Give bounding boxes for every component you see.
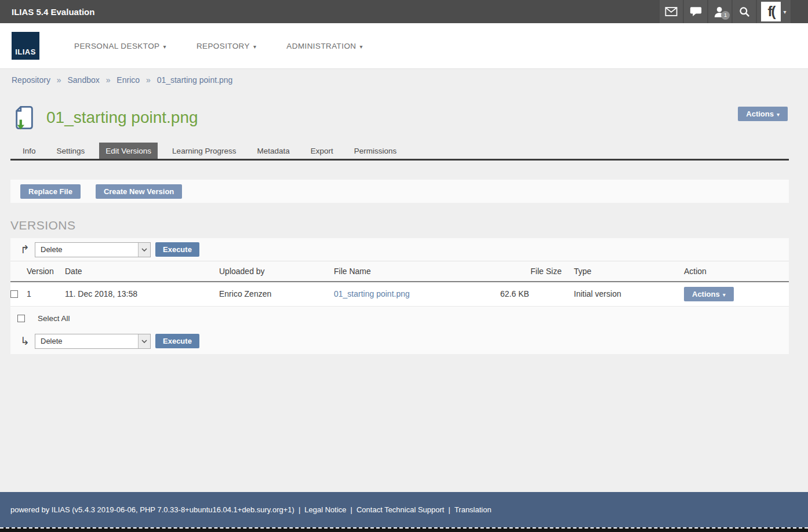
main-header: ILIAS PERSONAL DESKTOP▾ REPOSITORY▾ ADMI… bbox=[0, 23, 808, 68]
caret-down-icon: ▾ bbox=[777, 111, 780, 118]
file-toolbar: Replace File Create New Version bbox=[10, 180, 789, 203]
cell-uploaded-by: Enrico Zenzen bbox=[219, 282, 334, 306]
user-avatar: f( bbox=[761, 2, 781, 21]
tab-info[interactable]: Info bbox=[16, 143, 42, 159]
tab-permissions[interactable]: Permissions bbox=[348, 143, 403, 159]
bulk-action-select-bottom[interactable]: Delete bbox=[35, 334, 151, 349]
tab-export[interactable]: Export bbox=[304, 143, 340, 159]
col-file-size: File Size bbox=[500, 261, 564, 282]
tab-learning-progress[interactable]: Learning Progress bbox=[166, 143, 242, 159]
user-menu-button[interactable]: f( ▾ bbox=[757, 0, 791, 23]
chevron-down-icon bbox=[138, 243, 150, 257]
contact-support-link[interactable]: Contact Technical Support bbox=[356, 505, 445, 514]
apply-selection-down-arrow-icon: ↳ bbox=[17, 336, 32, 347]
select-all-checkbox[interactable] bbox=[17, 315, 25, 322]
col-uploaded-by: Uploaded by bbox=[219, 261, 334, 282]
execute-button-top[interactable]: Execute bbox=[155, 242, 199, 257]
file-object-icon bbox=[15, 105, 34, 130]
search-icon bbox=[739, 6, 750, 17]
caret-down-icon: ▾ bbox=[723, 291, 726, 298]
footer: powered by ILIAS (v5.4.3 2019-06-06, PHP… bbox=[0, 492, 808, 527]
chat-icon bbox=[690, 6, 702, 17]
who-is-online-button[interactable]: 1 bbox=[708, 0, 731, 23]
versions-table: Version Date Uploaded by File Name File … bbox=[10, 261, 789, 307]
file-name-link[interactable]: 01_starting point.png bbox=[334, 289, 410, 298]
top-bar: ILIAS 5.4 Evaluation 1 f( ▾ bbox=[0, 0, 808, 23]
top-icon-group: 1 f( ▾ bbox=[658, 0, 808, 23]
powered-by-text: powered by ILIAS (v5.4.3 2019-06-06, PHP… bbox=[10, 505, 294, 514]
row-checkbox[interactable] bbox=[10, 290, 18, 298]
nav-repository[interactable]: REPOSITORY▾ bbox=[196, 42, 256, 50]
select-all-row: Select All bbox=[10, 307, 789, 330]
nav-administration[interactable]: ADMINISTRATION▾ bbox=[286, 42, 363, 50]
page-actions-button[interactable]: Actions▾ bbox=[738, 107, 788, 121]
installation-title: ILIAS 5.4 Evaluation bbox=[0, 7, 658, 17]
caret-down-icon: ▾ bbox=[253, 43, 256, 50]
page-title-row: 01_starting point.png Actions▾ bbox=[10, 100, 789, 136]
bulk-action-bar-top: ↱ Delete Execute bbox=[10, 238, 789, 261]
breadcrumb-repository[interactable]: Repository bbox=[12, 75, 50, 85]
legal-notice-link[interactable]: Legal Notice bbox=[304, 505, 346, 514]
col-version: Version bbox=[27, 261, 65, 282]
page-bottom-edge bbox=[0, 527, 808, 532]
content-area: 01_starting point.png Actions▾ Info Sett… bbox=[0, 90, 808, 492]
apply-selection-up-arrow-icon: ↱ bbox=[17, 244, 32, 255]
nav-personal-desktop[interactable]: PERSONAL DESKTOP▾ bbox=[74, 42, 166, 50]
online-count-badge: 1 bbox=[721, 11, 730, 20]
caret-down-icon: ▾ bbox=[783, 9, 786, 15]
execute-button-bottom[interactable]: Execute bbox=[155, 334, 199, 348]
cell-file-size: 62.6 KB bbox=[500, 282, 564, 306]
versions-table-block: ↱ Delete Execute Version Date Uploaded b… bbox=[10, 238, 789, 354]
breadcrumb: Repository » Sandbox » Enrico » 01_start… bbox=[0, 68, 808, 90]
translation-link[interactable]: Translation bbox=[454, 505, 492, 514]
ilias-logo[interactable]: ILIAS bbox=[12, 32, 39, 60]
col-type: Type bbox=[564, 261, 684, 282]
tab-metadata[interactable]: Metadata bbox=[250, 143, 296, 159]
breadcrumb-enrico[interactable]: Enrico bbox=[117, 75, 140, 85]
bulk-action-select-top[interactable]: Delete bbox=[35, 242, 151, 257]
row-actions-button[interactable]: Actions▾ bbox=[684, 287, 734, 301]
chevron-down-icon bbox=[138, 334, 150, 348]
versions-heading: VERSIONS bbox=[10, 218, 789, 232]
create-new-version-button[interactable]: Create New Version bbox=[96, 184, 182, 199]
page-title: 01_starting point.png bbox=[46, 108, 198, 127]
table-header-row: Version Date Uploaded by File Name File … bbox=[10, 261, 789, 282]
bulk-action-bar-bottom: ↳ Delete Execute bbox=[10, 330, 789, 353]
col-action: Action bbox=[684, 261, 789, 282]
caret-down-icon: ▾ bbox=[359, 43, 362, 50]
cell-date: 11. Dec 2018, 13:58 bbox=[65, 282, 219, 306]
tab-bar: Info Settings Edit Versions Learning Pro… bbox=[10, 143, 789, 161]
main-nav: PERSONAL DESKTOP▾ REPOSITORY▾ ADMINISTRA… bbox=[74, 42, 363, 50]
replace-file-button[interactable]: Replace File bbox=[20, 184, 81, 199]
search-button[interactable] bbox=[733, 0, 756, 23]
col-date: Date bbox=[65, 261, 219, 282]
cell-type: Initial version bbox=[564, 282, 684, 306]
chat-button[interactable] bbox=[684, 0, 707, 23]
mail-button[interactable] bbox=[660, 0, 683, 23]
tab-settings[interactable]: Settings bbox=[50, 143, 92, 159]
col-file-name: File Name bbox=[334, 261, 500, 282]
tab-edit-versions[interactable]: Edit Versions bbox=[99, 143, 158, 159]
breadcrumb-sandbox[interactable]: Sandbox bbox=[68, 75, 100, 85]
caret-down-icon: ▾ bbox=[163, 43, 166, 50]
select-all-label: Select All bbox=[38, 314, 70, 323]
cell-version: 1 bbox=[27, 282, 65, 306]
breadcrumb-current: 01_starting point.png bbox=[157, 75, 233, 85]
table-row: 1 11. Dec 2018, 13:58 Enrico Zenzen 01_s… bbox=[10, 282, 789, 306]
mail-icon bbox=[665, 7, 678, 16]
